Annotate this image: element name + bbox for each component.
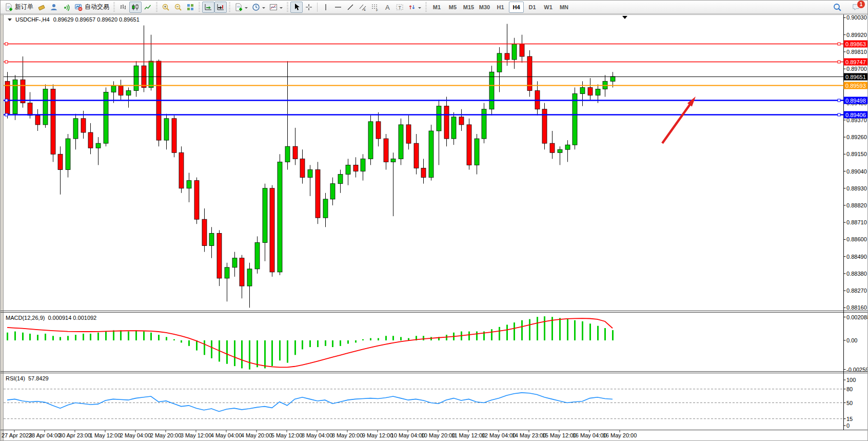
toolbar-grip — [113, 2, 115, 12]
tile-windows-button[interactable] — [184, 2, 196, 13]
svg-text:0.89150: 0.89150 — [846, 151, 867, 157]
rsi-value: 57.8429 — [28, 375, 49, 381]
search-button[interactable] — [831, 2, 844, 13]
cursor-button[interactable] — [290, 2, 303, 13]
chart-shift-icon — [216, 3, 225, 11]
vertical-line-button[interactable] — [320, 2, 332, 13]
toolbar-grip — [425, 2, 427, 12]
zoom-out-button[interactable] — [172, 2, 184, 13]
auto-scroll-icon — [204, 3, 212, 11]
chart-area: 0.900300.899200.898100.897000.895900.894… — [1, 14, 868, 441]
signals-button[interactable] — [60, 2, 72, 13]
svg-text:9 May 12:00: 9 May 12:00 — [362, 432, 393, 438]
auto-trading-icon — [74, 3, 83, 11]
timeframe-mn[interactable]: MN — [557, 2, 571, 13]
bar-chart-icon — [119, 3, 127, 11]
chart-dropdown-icon — [8, 18, 12, 21]
templates-button[interactable] — [267, 2, 285, 13]
auto-trading-button[interactable]: 自动交易 — [72, 2, 111, 13]
arrows-tool-icon — [408, 3, 416, 11]
chart-title[interactable]: USDCHF-,H4 0.89629 0.89657 0.89620 0.896… — [8, 16, 140, 23]
timeframe-h1[interactable]: H1 — [493, 2, 508, 13]
horizontal-line-button[interactable] — [332, 2, 344, 13]
fibonacci-icon: F — [371, 3, 379, 11]
toolbar: 新订单 自动交易 — [1, 1, 867, 14]
svg-text:15: 15 — [846, 416, 853, 422]
svg-text:15 May 12:00: 15 May 12:00 — [542, 432, 577, 438]
candlestick-chart-button[interactable] — [129, 2, 142, 13]
svg-text:50: 50 — [846, 400, 853, 406]
svg-text:0.88600: 0.88600 — [846, 236, 867, 242]
svg-text:0.89810: 0.89810 — [846, 49, 867, 55]
macd-values: 0.000914 0.001092 — [48, 315, 96, 321]
svg-text:1 May 12:00: 1 May 12:00 — [90, 432, 121, 438]
svg-text:F: F — [376, 8, 378, 11]
indicators-button[interactable] — [232, 2, 250, 13]
macd-indicator-label: MACD(12,26,9) 0.000914 0.001092 — [6, 315, 96, 321]
metaeditor-button[interactable] — [35, 2, 48, 13]
equidistant-channel-button[interactable]: E — [357, 2, 369, 13]
crosshair-button[interactable] — [303, 2, 315, 13]
svg-text:E: E — [364, 8, 366, 11]
trendline-button[interactable] — [344, 2, 357, 13]
dropdown-caret-icon — [418, 7, 421, 10]
svg-text:14 May 23:00: 14 May 23:00 — [512, 432, 546, 438]
vertical-line-icon — [322, 3, 330, 11]
timeframe-m30[interactable]: M30 — [477, 2, 492, 13]
zoom-out-icon — [174, 3, 182, 11]
text-label-button[interactable]: T — [393, 2, 406, 13]
svg-text:0.89406: 0.89406 — [845, 112, 866, 118]
toolbar-grip — [229, 2, 230, 12]
timeframe-m5[interactable]: M5 — [445, 2, 460, 13]
toolbar-grip — [199, 2, 200, 12]
svg-text:27 Apr 2023: 27 Apr 2023 — [2, 432, 32, 438]
templates-icon — [269, 3, 278, 11]
toolbar-separator — [317, 3, 318, 12]
timeframe-w1[interactable]: W1 — [541, 2, 556, 13]
crosshair-icon — [305, 3, 313, 11]
timeframe-d1[interactable]: D1 — [525, 2, 540, 13]
new-order-icon — [5, 3, 13, 11]
svg-text:5 May 12:00: 5 May 12:00 — [271, 432, 303, 438]
svg-text:8 May 20:00: 8 May 20:00 — [332, 432, 363, 438]
community-profile-button[interactable] — [48, 2, 60, 13]
svg-text:12 May 04:00: 12 May 04:00 — [482, 432, 516, 438]
svg-text:2 May 20:00: 2 May 20:00 — [150, 432, 182, 438]
text-label-icon: T — [396, 3, 404, 11]
zoom-in-button[interactable] — [160, 2, 172, 13]
arrows-tool-button[interactable] — [406, 2, 423, 13]
svg-text:80: 80 — [846, 386, 853, 392]
rsi-indicator-label: RSI(14) 57.8429 — [6, 375, 49, 381]
new-order-button[interactable]: 新订单 — [3, 2, 35, 13]
ohlc-values-label: 0.89629 0.89657 0.89620 0.89651 — [53, 16, 140, 23]
text-tool-button[interactable]: A — [381, 2, 393, 13]
svg-text:0.89651: 0.89651 — [845, 74, 866, 80]
timeframe-h4[interactable]: H4 — [509, 2, 524, 13]
new-order-label: 新订单 — [15, 3, 33, 11]
fibonacci-button[interactable]: F — [369, 2, 381, 13]
svg-text:0.90030: 0.90030 — [846, 14, 867, 21]
svg-text:0.88930: 0.88930 — [846, 185, 867, 191]
chart-canvas[interactable]: 0.900300.899200.898100.897000.895900.894… — [1, 14, 868, 441]
svg-text:11 May 12:00: 11 May 12:00 — [451, 432, 485, 438]
eraser-icon — [37, 3, 46, 11]
timeframe-m1[interactable]: M1 — [429, 2, 444, 13]
auto-scroll-button[interactable] — [202, 2, 214, 13]
svg-text:0.89260: 0.89260 — [846, 134, 867, 140]
svg-text:4 May 20:00: 4 May 20:00 — [241, 432, 272, 438]
svg-text:-0.002597: -0.002597 — [846, 367, 868, 373]
svg-text:0.89593: 0.89593 — [845, 83, 866, 89]
svg-text:A: A — [385, 4, 390, 11]
svg-text:0.00: 0.00 — [846, 337, 857, 343]
chart-shift-button[interactable] — [214, 2, 227, 13]
notifications-button[interactable]: 1 — [850, 2, 862, 13]
timeframe-m15[interactable]: M15 — [461, 2, 476, 13]
mt4-window: 新订单 自动交易 — [0, 0, 868, 441]
macd-name: MACD(12,26,9) — [6, 315, 45, 321]
bar-chart-button[interactable] — [117, 2, 129, 13]
line-chart-button[interactable] — [142, 2, 154, 13]
periods-button[interactable] — [250, 2, 267, 13]
text-tool-icon: A — [383, 3, 391, 11]
svg-text:0.88380: 0.88380 — [846, 271, 867, 277]
dropdown-caret-icon — [280, 7, 283, 10]
